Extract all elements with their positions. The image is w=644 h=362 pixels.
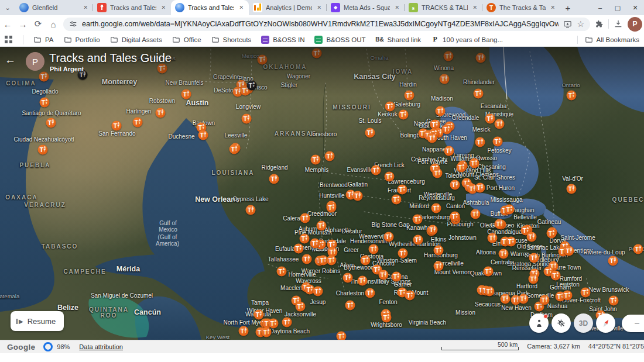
tab-close-icon[interactable]: ✕ xyxy=(316,4,323,12)
map-marker[interactable]: T&T xyxy=(501,294,511,304)
map-marker[interactable]: T&T xyxy=(519,294,529,304)
tab-close-icon[interactable]: ✕ xyxy=(160,4,167,12)
map-marker[interactable]: T&T xyxy=(567,184,577,194)
pegman-button[interactable] xyxy=(529,313,549,333)
apps-grid-icon[interactable] xyxy=(5,36,13,44)
map-marker[interactable]: T&T xyxy=(475,183,485,193)
downloads-icon[interactable] xyxy=(614,19,623,29)
install-app-icon[interactable] xyxy=(563,20,572,29)
new-tab-button[interactable]: + xyxy=(560,0,576,15)
map-marker[interactable]: T&T xyxy=(471,209,481,219)
site-settings-icon[interactable] xyxy=(69,20,77,28)
map-marker[interactable]: T&T xyxy=(485,114,495,124)
extensions-icon[interactable] xyxy=(595,20,604,29)
map-marker[interactable]: T&T xyxy=(345,301,355,311)
tab-search-icon[interactable]: ⌄ xyxy=(0,0,15,15)
map-marker[interactable]: T&T xyxy=(239,326,249,336)
map-marker[interactable]: T&T xyxy=(551,271,561,281)
map-marker[interactable]: T&T xyxy=(444,146,454,156)
map-marker[interactable]: T&T xyxy=(229,144,239,154)
3d-toggle-button[interactable]: 3D xyxy=(574,313,593,333)
map-marker[interactable]: T&T xyxy=(325,151,335,161)
map-marker[interactable]: T&T xyxy=(371,166,381,175)
tab-close-icon[interactable]: ✕ xyxy=(549,4,556,12)
map-marker[interactable]: T&T xyxy=(358,276,368,286)
map-marker[interactable]: T&T xyxy=(581,288,591,298)
map-marker[interactable]: T&T xyxy=(608,256,618,266)
map-marker[interactable]: T&T xyxy=(379,270,389,280)
map-marker[interactable]: T&T xyxy=(311,155,321,165)
map-marker[interactable]: T&T xyxy=(392,272,402,282)
home-button[interactable]: ⌂ xyxy=(46,16,61,32)
map-marker[interactable]: T&T xyxy=(431,204,441,213)
bookmark-star-icon[interactable]: ☆ xyxy=(577,19,584,29)
address-bar[interactable]: earth.google.com/web/data=MjYKNAoyCiAxaD… xyxy=(63,18,590,31)
project-avatar[interactable]: P xyxy=(26,52,44,71)
map-marker[interactable]: T&T xyxy=(470,158,479,168)
map-marker[interactable]: T&T xyxy=(475,137,485,147)
bookmark-item[interactable]: Portfolio xyxy=(64,36,100,44)
tab-close-icon[interactable]: ✕ xyxy=(82,4,89,12)
map-marker[interactable]: T&T xyxy=(317,221,327,231)
map-marker[interactable]: T&T xyxy=(310,239,320,249)
map-marker[interactable]: T&T xyxy=(269,319,279,329)
map-marker[interactable]: T&T xyxy=(493,137,503,147)
tab[interactable]: Glenfield✕ xyxy=(15,0,93,15)
tab[interactable]: ❖Meta Ads - Square - In...✕ xyxy=(327,0,405,15)
bookmark-item[interactable]: P100 years of Bang... xyxy=(431,36,503,44)
bookmark-item[interactable]: B&OSS IN xyxy=(261,36,304,44)
map-marker[interactable]: T&T xyxy=(405,291,415,301)
data-attribution-link[interactable]: Data attribution xyxy=(79,343,123,350)
map-marker[interactable]: T&T xyxy=(38,145,48,155)
map-marker[interactable]: T&T xyxy=(361,256,371,266)
map-marker[interactable]: T&T xyxy=(198,130,208,140)
map-marker[interactable]: T&T xyxy=(382,313,392,323)
compass-button[interactable] xyxy=(596,313,615,333)
bookmark-item[interactable]: B&Shared link xyxy=(376,36,422,44)
map-marker[interactable]: T&T xyxy=(369,244,379,254)
minimize-button[interactable]: – xyxy=(591,0,609,15)
map-marker[interactable]: T&T xyxy=(434,261,444,271)
profile-avatar[interactable]: P xyxy=(628,17,642,32)
map-marker[interactable]: T&T xyxy=(457,163,467,173)
tab-close-icon[interactable]: ✕ xyxy=(393,4,400,12)
map-marker[interactable]: T&T xyxy=(399,110,409,120)
back-arrow-icon[interactable]: ← xyxy=(5,54,16,67)
map-marker[interactable]: T&T xyxy=(495,219,505,229)
tab[interactable]: TThe Tracks & Tales City...✕ xyxy=(482,0,560,15)
map-marker[interactable]: T&T xyxy=(300,234,310,244)
map-marker[interactable]: T&T xyxy=(269,174,279,184)
map-marker[interactable]: T&T xyxy=(495,119,505,129)
map-marker[interactable]: T&T xyxy=(427,133,437,143)
map-marker[interactable]: T&T xyxy=(343,273,353,283)
map-marker[interactable]: T&T xyxy=(505,205,515,215)
map-marker[interactable]: T&T xyxy=(529,253,539,263)
map-marker[interactable]: T&T xyxy=(385,172,395,182)
map-marker[interactable]: T&T xyxy=(296,302,306,312)
map-marker[interactable]: T&T xyxy=(428,225,438,235)
map-marker[interactable]: T&T xyxy=(450,180,460,190)
map-marker[interactable]: T&T xyxy=(547,229,557,239)
map-marker[interactable]: T&T xyxy=(313,287,323,297)
map-marker[interactable]: T&T xyxy=(277,267,287,277)
map-marker[interactable]: T&T xyxy=(40,98,50,108)
map-marker[interactable]: T&T xyxy=(384,232,394,242)
map-marker[interactable]: T&T xyxy=(254,310,264,320)
close-window-button[interactable]: ✕ xyxy=(626,0,644,15)
bookmark-item[interactable]: Digital Assets xyxy=(110,36,162,44)
map-marker[interactable]: T&T xyxy=(450,212,460,222)
refresh-button[interactable]: ⟳ xyxy=(30,16,46,32)
earth-map-canvas[interactable]: COLIMAPUEBLAOAXACAVERACRUZTABASCOCAMPECH… xyxy=(0,47,644,340)
map-marker[interactable]: T&T xyxy=(413,235,423,245)
map-marker[interactable]: T&T xyxy=(488,233,498,243)
map-marker[interactable]: T&T xyxy=(282,318,292,327)
map-marker[interactable]: T&T xyxy=(433,168,443,178)
url-text[interactable]: earth.google.com/web/data=MjYKNAoyCiAxaD… xyxy=(82,20,559,28)
tab[interactable]: Tracks and Tales Guide✕ xyxy=(93,0,171,15)
map-marker[interactable]: T&T xyxy=(302,254,312,264)
map-marker[interactable]: T&T xyxy=(337,332,347,340)
map-marker[interactable]: T&T xyxy=(609,296,619,306)
map-marker[interactable]: T&T xyxy=(506,237,516,247)
map-marker[interactable]: T&T xyxy=(485,287,495,297)
all-bookmarks[interactable]: All Bookmarks xyxy=(577,36,640,44)
